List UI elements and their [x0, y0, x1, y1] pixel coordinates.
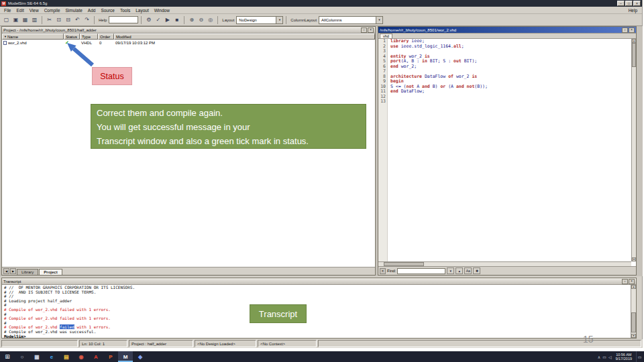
cut-icon[interactable]: ✂	[45, 15, 54, 24]
column-header-type[interactable]: Type	[80, 34, 98, 40]
editor-vertical-scrollbar[interactable]: ▲ ▼	[631, 39, 636, 261]
transcript-header[interactable]: Transcript ▫ ×	[2, 278, 636, 285]
menu-edit[interactable]: Edit	[13, 8, 26, 13]
zoom-out-icon[interactable]: ⊖	[197, 15, 205, 24]
tab-vhd-file[interactable]: vhd	[380, 34, 392, 38]
dock-icon[interactable]: ▫	[361, 27, 367, 33]
transcript-scrollbar[interactable]: ▲ ▼	[631, 285, 636, 338]
editor-panel-header[interactable]: /mfs/home/r/r_bhuty/coun_8501/wor_2.vhd …	[378, 27, 636, 34]
table-row[interactable]: wor_2.vhd ✓ VHDL 0 09/17/19 10:03:12 PM	[2, 40, 375, 46]
menu-add[interactable]: Add	[85, 8, 99, 13]
questa-icon[interactable]: ◆	[133, 351, 148, 362]
close-icon[interactable]: ×	[368, 27, 374, 33]
chrome-icon[interactable]: ◉	[74, 351, 89, 362]
dock-icon[interactable]: ▫	[622, 279, 628, 284]
network-icon[interactable]: ▭	[602, 355, 606, 359]
tab-scroll-right-icon[interactable]: ▶	[10, 268, 16, 274]
menu-compile[interactable]: Compile	[42, 8, 63, 13]
column-header-modified[interactable]: Modified	[114, 34, 375, 40]
compile-icon[interactable]: ⚙	[144, 15, 153, 24]
close-icon[interactable]: ×	[629, 27, 635, 33]
tab-project[interactable]: Project	[39, 269, 62, 275]
scroll-up-icon[interactable]: ▲	[631, 285, 636, 289]
layout-value: NoDesign	[239, 18, 256, 22]
volume-icon[interactable]: ◁	[608, 355, 612, 359]
menu-view[interactable]: View	[27, 8, 42, 13]
maximize-button[interactable]: □	[625, 1, 633, 6]
match-case-icon[interactable]: Aa	[464, 267, 472, 274]
editor-title: /mfs/home/r/r_bhuty/coun_8501/wor_2.vhd	[380, 28, 456, 32]
project-panel-header[interactable]: Project - /mfs/home/r/r_bhuty/coun_8501/…	[2, 27, 375, 34]
zoom-in-icon[interactable]: ⊕	[187, 15, 196, 24]
find-previous-icon[interactable]: ▴	[455, 267, 463, 274]
scroll-down-icon[interactable]: ▼	[632, 257, 636, 261]
column-header-order[interactable]: Order	[98, 34, 114, 40]
save-icon[interactable]: ▦	[21, 15, 30, 24]
clock-date: 9/17/2019	[616, 357, 632, 361]
column-header-name[interactable]: ▼ Name	[2, 34, 64, 40]
chevron-down-icon[interactable]: ▼	[376, 17, 382, 23]
windows-taskbar: ⊞ ○▦e▤◉APM◆ ∧▭◁ 10:56 AM 9/17/2019 ▭	[0, 351, 644, 362]
project-file-list[interactable]: wor_2.vhd ✓ VHDL 0 09/17/19 10:03:12 PM	[2, 40, 375, 267]
edge-browser-icon[interactable]: e	[44, 351, 59, 362]
transcript-log[interactable]: # // OF MENTOR GRAPHICS CORPORATION OR I…	[2, 285, 631, 338]
mdi-area: Project - /mfs/home/r/r_bhuty/coun_8501/…	[0, 26, 643, 276]
menu-simulate[interactable]: Simulate	[63, 8, 85, 13]
close-button[interactable]: ×	[633, 1, 641, 6]
close-icon[interactable]: ×	[629, 279, 635, 284]
search-icon[interactable]: ○	[15, 351, 30, 362]
column-header-status[interactable]: Status	[64, 34, 80, 40]
layout-dropdown[interactable]: NoDesign ▼	[236, 16, 283, 24]
paste-icon[interactable]: ⊟	[64, 15, 72, 24]
modelsim-icon[interactable]: M	[118, 351, 133, 362]
menu-file[interactable]: File	[1, 8, 13, 13]
simulate-icon[interactable]: ▶	[163, 15, 172, 24]
toolbar-separator	[286, 16, 286, 24]
scrollbar-thumb[interactable]	[632, 43, 636, 67]
file-order: 0	[98, 41, 114, 45]
open-file-icon[interactable]: ▣	[11, 15, 20, 24]
find-input[interactable]	[397, 268, 445, 274]
task-view-icon[interactable]: ▦	[30, 351, 44, 362]
editor-horizontal-scrollbar[interactable]	[378, 261, 631, 266]
project-panel: Project - /mfs/home/r/r_bhuty/coun_8501/…	[1, 26, 376, 276]
tab-scroll-left-icon[interactable]: ◀	[3, 268, 9, 274]
columnlayout-dropdown[interactable]: AllColumns ▼	[319, 16, 383, 24]
menu-layout[interactable]: Layout	[133, 8, 152, 13]
menu-window[interactable]: Window	[152, 8, 172, 13]
taskbar-clock[interactable]: 10:56 AM 9/17/2019	[614, 353, 634, 361]
compile-all-icon[interactable]: ✓	[154, 15, 162, 24]
minimize-button[interactable]: –	[617, 1, 625, 6]
status-line-col: Ln: 10 Col: 1	[79, 340, 127, 347]
scrollbar-thumb[interactable]	[631, 312, 636, 333]
tab-library[interactable]: Library	[17, 269, 38, 275]
copy-icon[interactable]: ⊡	[54, 15, 63, 24]
zoom-full-icon[interactable]: ◎	[206, 15, 215, 24]
print-icon[interactable]: ▥	[30, 15, 39, 24]
acrobat-icon[interactable]: A	[89, 351, 103, 362]
code-editor[interactable]: 1library ieee;2use ieee.std_logic_1164.a…	[378, 39, 631, 261]
close-icon[interactable]: ×	[380, 268, 386, 274]
redo-icon[interactable]: ↷	[83, 15, 91, 24]
tray-expand-icon[interactable]: ∧	[598, 355, 600, 359]
powerpoint-icon[interactable]: P	[103, 351, 118, 362]
scroll-down-icon[interactable]: ▼	[631, 334, 636, 338]
help-search-input[interactable]	[109, 16, 138, 23]
file-explorer-icon[interactable]: ▤	[59, 351, 74, 362]
start-button[interactable]: ⊞	[0, 351, 15, 362]
system-tray: ∧▭◁ 10:56 AM 9/17/2019 ▭	[598, 351, 644, 362]
find-options-icon[interactable]: ✱	[473, 267, 480, 274]
break-icon[interactable]: ■	[172, 15, 181, 24]
notification-center-icon[interactable]: ▭	[636, 351, 643, 362]
code-line: 13	[378, 99, 631, 105]
chevron-down-icon[interactable]: ▼	[276, 17, 282, 23]
menu-tools[interactable]: Tools	[117, 8, 133, 13]
menu-help[interactable]: Help	[625, 8, 641, 13]
slide-number: 15	[583, 334, 594, 345]
undo-icon[interactable]: ↶	[73, 15, 82, 24]
menu-source[interactable]: Source	[98, 8, 117, 13]
new-file-icon[interactable]: ▢	[2, 15, 11, 24]
find-next-icon[interactable]: ▾	[447, 267, 454, 274]
transcript-line: # Compile of wor_2.vhd failed with 1 err…	[4, 325, 629, 330]
dock-icon[interactable]: ▫	[622, 27, 628, 33]
